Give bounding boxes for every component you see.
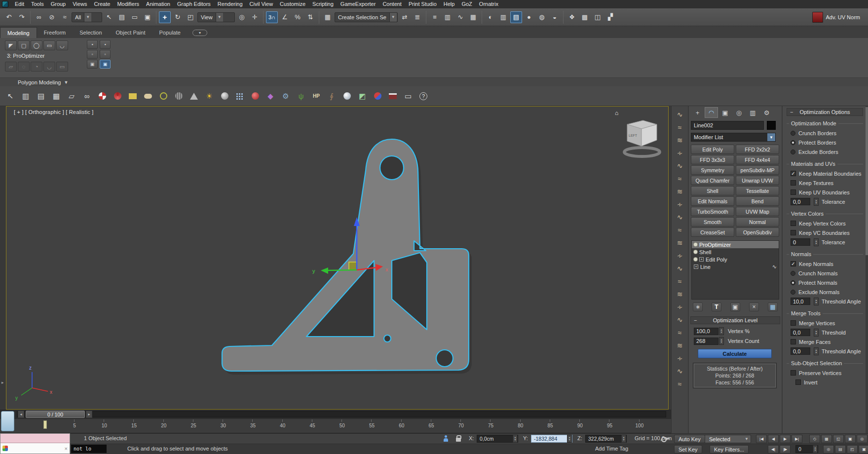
radio-protect-normals[interactable]: [791, 280, 795, 285]
cloud-render-icon[interactable]: ◒: [549, 11, 561, 23]
menu-rendering[interactable]: Rendering: [214, 0, 246, 8]
sun-light-icon[interactable]: ☀: [203, 90, 216, 103]
tab-selection[interactable]: Selection: [73, 27, 109, 38]
spinner[interactable]: [814, 238, 819, 246]
play-animation-icon[interactable]: ▶: [780, 435, 791, 443]
reference-coordinate-dropdown[interactable]: View ▼: [197, 12, 235, 22]
select-by-name-icon[interactable]: ▤: [116, 11, 128, 23]
spinner[interactable]: [567, 435, 572, 443]
sphere-outline-icon[interactable]: [157, 90, 170, 103]
menu-tools[interactable]: Tools: [28, 0, 47, 8]
modifier-stack-item-shell[interactable]: Shell: [692, 248, 779, 256]
schematic-view-icon[interactable]: ▦: [467, 11, 479, 23]
white-sphere-icon[interactable]: [340, 90, 353, 103]
display-panel-icon[interactable]: ▥: [19, 90, 32, 103]
calculate-button[interactable]: Calculate: [698, 349, 772, 358]
snaps-toggle-icon[interactable]: 3∩: [266, 11, 278, 23]
zoom-extents-icon[interactable]: ◎: [823, 445, 834, 454]
pin-stack-icon[interactable]: ▪: [87, 40, 98, 49]
element-mode-icon[interactable]: ◡: [56, 40, 68, 50]
select-and-rotate-icon[interactable]: ↻: [172, 11, 184, 23]
menu-print-studio[interactable]: Print Studio: [405, 0, 440, 8]
rectangular-region-icon[interactable]: ▭: [129, 11, 141, 23]
key-mode-dropdown[interactable]: Selected ▼: [705, 435, 751, 443]
modifier-button[interactable]: Edit Normals: [691, 196, 734, 206]
swirl-icon[interactable]: [111, 90, 124, 103]
modifier-enabled-icon[interactable]: [694, 258, 697, 261]
tab-motion-icon[interactable]: ◎: [732, 107, 746, 118]
menu-help[interactable]: Help: [440, 0, 458, 8]
menu-content[interactable]: Content: [379, 0, 405, 8]
layer-manager-icon[interactable]: ≡: [429, 11, 441, 23]
key-filters-button[interactable]: Key Filters...: [710, 445, 749, 454]
undo-icon[interactable]: ↶: [3, 11, 15, 23]
viewport-header-label[interactable]: [ + ] [ Orthographic ] [ Realistic ]: [14, 109, 94, 115]
unlink-selection-icon[interactable]: ⊘: [46, 11, 58, 23]
y-coordinate-field[interactable]: -1832,884: [531, 435, 572, 443]
maxscript-mini-listener[interactable]: ×: [0, 433, 70, 454]
spinner-snap-icon[interactable]: ⇅: [304, 11, 316, 23]
isolate-selection-icon[interactable]: [443, 435, 449, 442]
spinner[interactable]: [719, 337, 724, 345]
menu-ornatrix[interactable]: Ornatrix: [476, 0, 502, 8]
modifier-button[interactable]: CreaseSet: [691, 227, 734, 237]
vc-tolerance-field[interactable]: 0: [791, 238, 810, 246]
selected-object-shape[interactable]: [222, 139, 469, 371]
configure-modifier-sets-icon[interactable]: ▦: [768, 303, 778, 311]
polygon-mode-icon[interactable]: ▭: [43, 40, 55, 50]
gray-sphere-icon[interactable]: [218, 90, 231, 103]
ornatrix-tool-icon[interactable]: [674, 198, 686, 211]
spinner[interactable]: [814, 298, 819, 305]
set-key-button[interactable]: Set Key: [674, 445, 702, 454]
modifier-list-dropdown[interactable]: Modifier List ▼: [691, 133, 776, 142]
menu-goz[interactable]: GoZ: [458, 0, 475, 8]
mute-icon[interactable]: ◱: [833, 435, 844, 443]
shrink-icon[interactable]: ◡: [43, 62, 55, 72]
go-to-start-icon[interactable]: |◀: [756, 435, 767, 443]
slate-icon[interactable]: [386, 90, 399, 103]
align-icon[interactable]: ≣: [412, 11, 423, 23]
make-unique-icon[interactable]: ▣: [730, 303, 740, 311]
select-object-icon[interactable]: ↖: [103, 11, 115, 23]
tab-display-icon[interactable]: ▥: [746, 107, 759, 118]
normal-threshold-field[interactable]: 10,0: [791, 298, 810, 305]
menu-group[interactable]: Group: [47, 0, 70, 8]
checkbox-keep-normals[interactable]: [791, 261, 796, 266]
vertex-count-field[interactable]: 268: [694, 338, 718, 345]
ornatrix-tool-icon[interactable]: [674, 378, 686, 390]
modifier-button[interactable]: Smooth: [691, 217, 734, 227]
menu-civil-view[interactable]: Civil View: [246, 0, 276, 8]
ornatrix-tool-icon[interactable]: [674, 262, 686, 275]
next-frame-nub-icon[interactable]: ▸: [86, 411, 92, 418]
modifier-button[interactable]: Normal: [736, 217, 779, 227]
ornatrix-tool-icon[interactable]: [674, 159, 686, 172]
ornatrix-tool-icon[interactable]: [674, 313, 686, 326]
viewport[interactable]: [ + ] [ Orthographic ] [ Realistic ] x y…: [6, 106, 669, 410]
modifier-button[interactable]: penSubdiv-MP: [736, 165, 779, 175]
material-editor-icon[interactable]: ◐: [485, 11, 496, 23]
modifier-button[interactable]: Shell: [691, 186, 734, 195]
spinner[interactable]: [814, 198, 819, 206]
gears-icon[interactable]: ⚙: [279, 90, 292, 103]
maximize-viewport-icon[interactable]: ▣: [859, 445, 868, 454]
graphite-ribbon-icon[interactable]: ▥: [442, 11, 453, 23]
modifier-button[interactable]: FFD 4x4x4: [736, 155, 779, 164]
angle-snap-icon[interactable]: ∠: [279, 11, 291, 23]
current-frame-field[interactable]: 0: [795, 445, 818, 453]
ornatrix-tool-icon[interactable]: [674, 275, 686, 288]
checkbox-invert[interactable]: [795, 379, 801, 385]
ornatrix-tool-icon[interactable]: [674, 352, 686, 365]
render-iterative-icon[interactable]: ◍: [536, 11, 548, 23]
tab-object-paint[interactable]: Object Paint: [109, 27, 152, 38]
polygon-modeling-panel-label[interactable]: Polygon Modeling: [18, 79, 61, 85]
modifier-stack-item-prooptimizer[interactable]: ProOptimizer: [692, 241, 779, 248]
tab-freeform[interactable]: Freeform: [37, 27, 73, 38]
red-metaball-icon[interactable]: [249, 90, 262, 103]
gizmo-y-axis[interactable]: [327, 270, 357, 270]
freeze-icon[interactable]: ▫: [100, 50, 111, 59]
viewcube[interactable]: ⌂ LEFT: [615, 110, 660, 156]
grass-scatter-icon[interactable]: ψ: [295, 90, 307, 103]
menu-gameexporter[interactable]: GameExporter: [337, 0, 379, 8]
spinner[interactable]: [814, 329, 819, 337]
dot-grid-icon[interactable]: [233, 90, 246, 103]
